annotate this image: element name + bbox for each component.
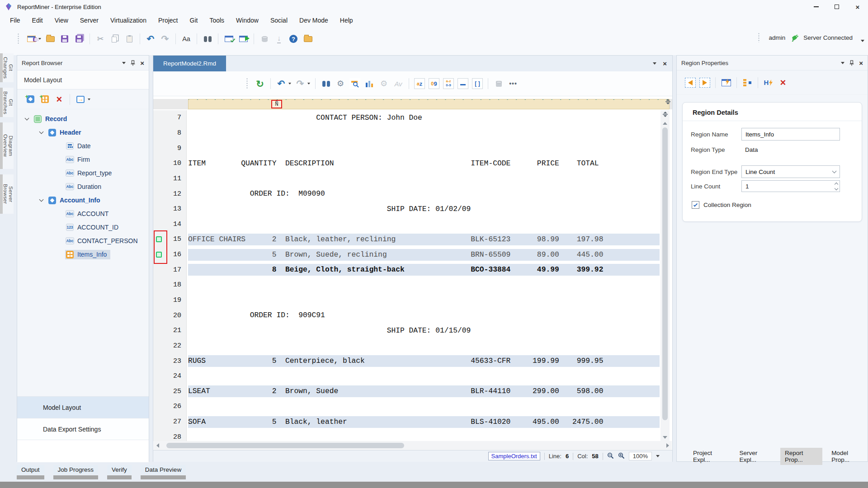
tree-item-firm[interactable]: AbcFirm bbox=[17, 153, 149, 166]
menu-virtualization[interactable]: Virtualization bbox=[106, 14, 151, 26]
chart-icon[interactable] bbox=[363, 77, 376, 90]
collection-region-checkbox[interactable] bbox=[692, 201, 699, 209]
o9-icon[interactable]: 09 bbox=[428, 77, 440, 90]
region-name-input[interactable] bbox=[741, 128, 840, 141]
import-data-icon[interactable]: ↓ bbox=[273, 33, 285, 45]
tab-output[interactable]: Output bbox=[17, 465, 44, 479]
data-export-settings-button[interactable]: Data Export Settings bbox=[17, 418, 149, 440]
chevron-expanded-icon[interactable] bbox=[39, 197, 44, 202]
line-count-stepper[interactable]: 1 bbox=[741, 180, 840, 192]
menu-dev-mode[interactable]: Dev Mode bbox=[295, 14, 333, 26]
report-line-10[interactable]: 10ITEM QUANTITY DESCRIPTION ITEM-CODE PR… bbox=[153, 156, 660, 171]
toolbar-overflow-icon[interactable] bbox=[861, 40, 864, 42]
report-line-16[interactable]: 16 5 Brown, Suede, reclining BRN-65509 8… bbox=[153, 247, 660, 263]
vertical-scroll-thumb[interactable] bbox=[662, 127, 668, 420]
vertical-scrollbar[interactable] bbox=[660, 110, 670, 441]
brackets-icon[interactable]: [ ] bbox=[471, 77, 484, 90]
more-icon[interactable]: ••• bbox=[507, 77, 519, 90]
tree-item-items-info[interactable]: Items_Info bbox=[17, 248, 149, 261]
zoom-level[interactable]: 100% bbox=[629, 452, 652, 460]
report-line-14[interactable]: 14 bbox=[153, 216, 660, 232]
side-tab-git-changes[interactable]: Git Changes bbox=[0, 53, 14, 82]
search-region-icon[interactable] bbox=[349, 77, 361, 90]
report-line-24[interactable]: 24 bbox=[153, 369, 660, 384]
delete-region-icon[interactable]: × bbox=[777, 76, 789, 89]
dropdown-caret-icon[interactable] bbox=[307, 83, 310, 84]
tree-item-contact-person[interactable]: AbcCONTACT_PERSON bbox=[17, 234, 149, 248]
find-icon[interactable] bbox=[201, 33, 214, 45]
tree-item-duration[interactable]: AbcDuration bbox=[17, 180, 149, 193]
report-line-11[interactable]: 11 bbox=[153, 171, 660, 187]
menu-tools[interactable]: Tools bbox=[205, 14, 229, 26]
tree-item-account[interactable]: AbcACCOUNT bbox=[17, 207, 149, 221]
report-line-20[interactable]: 20 ORDER ID: 909C91 bbox=[153, 308, 660, 323]
cut-icon[interactable]: ✂ bbox=[94, 33, 107, 45]
dropdown-caret-icon[interactable] bbox=[288, 83, 291, 84]
menu-server[interactable]: Server bbox=[75, 14, 103, 26]
save-icon[interactable] bbox=[58, 33, 71, 45]
az09-icon[interactable]: a-z0-9 bbox=[442, 77, 455, 90]
report-line-8[interactable]: 8 bbox=[153, 126, 660, 141]
document-tab[interactable]: ReportModel2.Rmd bbox=[153, 56, 226, 71]
refresh-icon[interactable]: ↻ bbox=[254, 77, 266, 90]
field-layout-icon[interactable] bbox=[741, 76, 754, 89]
side-tab-server-browser[interactable]: Server Browser bbox=[0, 174, 14, 214]
report-line-28[interactable]: 28 bbox=[153, 429, 660, 441]
add-fields-icon[interactable]: + bbox=[38, 93, 51, 106]
panel-menu-icon[interactable] bbox=[841, 62, 844, 64]
dropdown-caret-icon[interactable] bbox=[88, 99, 90, 100]
redo-icon[interactable]: ↷ bbox=[294, 77, 307, 90]
menu-social[interactable]: Social bbox=[266, 14, 292, 26]
report-line-7[interactable]: 7 CONTACT PERSON: John Doe bbox=[153, 110, 660, 126]
add-report-region-icon[interactable]: + bbox=[24, 93, 37, 106]
open-server-folder-icon[interactable] bbox=[302, 33, 314, 45]
panel-menu-icon[interactable] bbox=[122, 62, 126, 64]
zoom-dropdown-icon[interactable] bbox=[656, 455, 660, 457]
horizontal-scrollbar[interactable] bbox=[154, 441, 672, 450]
close-panel-icon[interactable]: × bbox=[859, 59, 863, 67]
ruler-position-marker[interactable]: Ñ bbox=[271, 100, 282, 108]
auto-parse-icon[interactable]: H bbox=[762, 76, 775, 89]
menu-help[interactable]: Help bbox=[335, 14, 358, 26]
close-panel-icon[interactable]: × bbox=[140, 59, 144, 67]
paste-icon[interactable] bbox=[123, 33, 136, 45]
report-line-21[interactable]: 21 SHIP DATE: 01/15/09 bbox=[153, 323, 660, 338]
tree-item-account-info[interactable]: Account_Info bbox=[17, 193, 149, 207]
report-line-19[interactable]: 19 bbox=[153, 293, 660, 308]
restore-button[interactable] bbox=[826, 0, 847, 14]
chevron-expanded-icon[interactable] bbox=[39, 129, 44, 134]
dropdown-caret-icon[interactable] bbox=[38, 38, 41, 40]
font-options-icon[interactable]: Aa bbox=[180, 33, 193, 45]
export-model-icon[interactable]: → bbox=[74, 93, 87, 106]
report-line-27[interactable]: 27SOFA 5 Black, leather BLS-41020 495.00… bbox=[153, 414, 660, 430]
table-check-icon[interactable] bbox=[492, 77, 505, 90]
menu-view[interactable]: View bbox=[50, 14, 73, 26]
menu-git[interactable]: Git bbox=[185, 14, 203, 26]
tree-item-header[interactable]: Header bbox=[17, 126, 149, 139]
tab-data-preview[interactable]: Data Preview bbox=[141, 465, 186, 479]
delete-node-icon[interactable]: × bbox=[53, 93, 66, 106]
open-file-icon[interactable] bbox=[44, 33, 57, 45]
auto-create-region-icon[interactable] bbox=[720, 76, 732, 89]
next-region-icon[interactable] bbox=[698, 76, 711, 89]
tab-model-prop-[interactable]: Model Prop... bbox=[827, 448, 868, 465]
region-end-type-select[interactable]: Line Count bbox=[741, 165, 840, 178]
source-file-name[interactable]: SampleOrders.txt bbox=[488, 452, 540, 460]
close-document-icon[interactable]: × bbox=[663, 60, 667, 67]
tab-list-icon[interactable] bbox=[653, 62, 656, 65]
zoom-out-icon[interactable] bbox=[607, 452, 614, 460]
horizontal-scroll-thumb[interactable] bbox=[166, 443, 404, 448]
pin-icon[interactable] bbox=[131, 60, 135, 66]
model-layout-view-button[interactable]: Model Layout bbox=[17, 396, 149, 418]
minimize-button[interactable] bbox=[806, 0, 826, 14]
scroll-right-icon[interactable] bbox=[666, 443, 669, 448]
menu-project[interactable]: Project bbox=[154, 14, 183, 26]
save-all-icon[interactable] bbox=[73, 33, 85, 45]
report-line-13[interactable]: 13 SHIP DATE: 01/02/09 bbox=[153, 202, 660, 217]
scroll-left-icon[interactable] bbox=[156, 443, 159, 448]
toolbar-grip[interactable] bbox=[758, 33, 760, 42]
deploy-database-icon[interactable] bbox=[258, 33, 271, 45]
help-icon[interactable]: ? bbox=[287, 33, 300, 45]
menu-window[interactable]: Window bbox=[231, 14, 263, 26]
tab-verify[interactable]: Verify bbox=[107, 465, 132, 479]
